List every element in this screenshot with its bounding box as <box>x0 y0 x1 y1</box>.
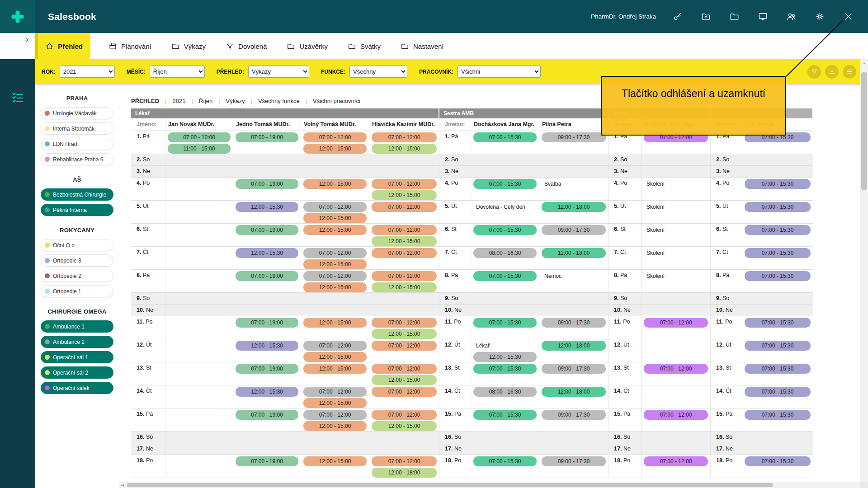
shift-cell[interactable]: Školení <box>642 270 711 292</box>
shift-cell[interactable]: 07:00 - 15:30 <box>471 270 539 292</box>
shift-cell[interactable]: 07:00 - 12:0012:00 - 15:00 <box>369 408 439 431</box>
shift-cell[interactable]: 07:00 - 12:00 <box>369 385 439 408</box>
shift-pill[interactable]: 12:00 - 15:00 <box>303 456 367 466</box>
shift-cell[interactable]: 09:00 - 17:30 <box>539 455 609 478</box>
shift-cell[interactable]: Svatba <box>539 178 609 200</box>
shift-pill[interactable]: 12:00 - 18:00 <box>542 341 606 351</box>
tab-svatky[interactable]: Svátky <box>348 33 381 59</box>
sidebar-item-ortopedie-2[interactable]: Ortopedie 2 <box>41 270 113 282</box>
shift-pill[interactable]: 09:00 - 17:30 <box>542 410 606 420</box>
shift-note[interactable]: Školení <box>644 202 708 212</box>
shift-pill[interactable]: 07:00 - 15:30 <box>745 456 811 466</box>
shift-pill[interactable]: 07:00 - 12:00 <box>644 318 708 328</box>
shift-cell[interactable] <box>165 316 233 339</box>
sidebar-item-bezbolestna-chirurgie[interactable]: Bezbolestná Chirurgie <box>41 188 113 201</box>
sidebar-item-operacni-sal-2[interactable]: Operační sál 2 <box>41 366 113 379</box>
users-icon[interactable] <box>786 11 797 22</box>
shift-cell[interactable]: Nemoc <box>539 270 609 292</box>
shift-cell[interactable]: 07:00 - 12:00 <box>369 339 439 362</box>
shift-pill[interactable]: 07:00 - 15:30 <box>745 271 811 281</box>
export-button[interactable] <box>825 65 839 79</box>
shift-cell[interactable] <box>165 455 233 478</box>
shift-cell[interactable]: 07:00 - 15:30 <box>742 224 813 246</box>
shift-pill[interactable]: 07:00 - 12:00 <box>644 364 708 374</box>
shift-cell[interactable] <box>642 305 711 316</box>
shift-cell[interactable] <box>642 432 711 443</box>
tab-nastaveni[interactable]: Nastavení <box>401 33 444 59</box>
shift-cell[interactable]: 12:00 - 15:30 <box>233 385 301 408</box>
shift-pill[interactable]: 12:00 - 15:00 <box>303 213 367 223</box>
shift-pill[interactable]: 11:00 - 15:00 <box>168 144 231 154</box>
shift-pill[interactable]: 07:00 - 19:00 <box>236 410 298 420</box>
shift-cell[interactable]: 12:00 - 15:30 <box>233 339 301 362</box>
shift-cell[interactable]: 07:00 - 12:00 <box>642 455 711 478</box>
shift-cell[interactable]: 07:00 - 12:00 <box>642 362 711 385</box>
shift-cell[interactable]: 07:00 - 19:00 <box>233 131 301 154</box>
shift-pill[interactable]: 07:00 - 19:00 <box>236 318 298 328</box>
pracovnik-select[interactable]: Všichni <box>458 66 541 78</box>
shift-pill[interactable]: 12:00 - 15:00 <box>303 318 367 328</box>
shift-cell[interactable]: 07:00 - 15:30 <box>471 362 539 385</box>
gear-icon[interactable] <box>815 11 825 22</box>
shift-pill[interactable]: 07:00 - 12:00 <box>372 456 437 466</box>
shift-cell[interactable]: 12:00 - 15:00 <box>301 455 369 478</box>
shift-note[interactable]: Svatba <box>542 179 606 189</box>
shift-pill[interactable]: 12:00 - 15:00 <box>372 282 437 292</box>
shift-pill[interactable]: 07:00 - 12:00 <box>644 410 708 420</box>
shift-cell[interactable]: 07:00 - 12:0012:00 - 15:00 <box>301 201 369 223</box>
shift-pill[interactable]: 07:00 - 19:00 <box>236 364 298 374</box>
shift-cell[interactable]: 07:00 - 15:30 <box>742 247 813 269</box>
shift-cell[interactable]: 07:00 - 15:30 <box>742 201 813 223</box>
shift-cell[interactable] <box>742 166 813 177</box>
prehled-select[interactable]: Výkazy <box>248 66 309 78</box>
shift-pill[interactable]: 08:00 - 16:30 <box>473 387 537 397</box>
shift-cell[interactable] <box>539 166 609 177</box>
shift-pill[interactable]: 07:00 - 15:30 <box>745 225 811 235</box>
sidebar-item-ambulance-1[interactable]: Ambulance 1 <box>41 320 113 333</box>
shift-cell[interactable]: 07:00 - 19:00 <box>233 408 301 431</box>
shift-cell[interactable] <box>642 443 711 455</box>
shift-cell[interactable]: 07:00 - 19:00 <box>233 270 301 292</box>
sidebar-item-rehabilitace-praha-6[interactable]: Rehabilitace Praha 6 <box>41 153 113 165</box>
shift-pill[interactable]: 12:00 - 15:30 <box>236 248 298 258</box>
tab-prehled[interactable]: Přehled <box>35 33 90 59</box>
shift-cell[interactable]: 07:00 - 15:30 <box>742 178 813 200</box>
shift-pill[interactable]: 07:00 - 15:30 <box>745 318 811 328</box>
shift-cell[interactable]: 09:00 - 17:30 <box>539 131 609 154</box>
checklist-icon[interactable] <box>11 91 24 104</box>
shift-cell[interactable]: 07:00 - 12:00 <box>369 201 439 223</box>
shift-cell[interactable]: 12:00 - 15:30 <box>233 201 301 223</box>
shift-pill[interactable]: 07:00 - 12:00 <box>303 271 367 281</box>
shift-pill[interactable]: 07:00 - 15:30 <box>473 132 537 142</box>
shift-cell[interactable]: 07:00 - 12:0012:00 - 15:00 <box>301 408 369 431</box>
shift-pill[interactable]: 12:00 - 18:00 <box>372 468 437 478</box>
shift-cell[interactable] <box>539 432 609 443</box>
sidebar-item-pekna-interna[interactable]: Pěkná Interna <box>41 204 113 216</box>
shift-note[interactable]: Školení <box>644 179 708 189</box>
shift-cell[interactable]: 07:00 - 15:30 <box>742 339 813 362</box>
shift-cell[interactable] <box>539 293 609 304</box>
funkce-select[interactable]: Všechny <box>349 66 407 78</box>
shift-cell[interactable]: 09:00 - 17:30 <box>539 362 609 385</box>
tab-planovani[interactable]: Plánování <box>108 33 151 59</box>
shift-pill[interactable]: 07:00 - 15:30 <box>745 202 811 212</box>
shift-note[interactable]: Lékař <box>473 341 537 351</box>
vertical-scroll-thumb[interactable] <box>861 72 867 190</box>
shift-cell[interactable]: 08:00 - 16:30 <box>471 247 539 269</box>
shift-pill[interactable]: 07:00 - 15:30 <box>745 410 811 420</box>
shift-pill[interactable]: 07:00 - 15:30 <box>745 179 811 189</box>
shift-pill[interactable]: 12:00 - 15:00 <box>303 421 367 431</box>
shift-note[interactable]: Školení <box>644 271 708 281</box>
shift-cell[interactable] <box>471 432 539 443</box>
shift-cell[interactable]: 07:00 - 19:00 <box>233 224 301 246</box>
shift-pill[interactable]: 12:00 - 15:00 <box>303 179 367 189</box>
shift-pill[interactable]: 09:00 - 17:30 <box>542 456 606 466</box>
shift-cell[interactable] <box>301 432 369 443</box>
shift-cell[interactable]: 07:00 - 12:0012:00 - 15:00 <box>369 270 439 292</box>
sidebar-item-ortopedie-3[interactable]: Ortopedie 3 <box>41 254 113 267</box>
shift-cell[interactable] <box>369 443 439 455</box>
shift-pill[interactable]: 07:00 - 15:30 <box>745 387 811 397</box>
shift-cell[interactable] <box>165 305 233 316</box>
shift-cell[interactable] <box>233 305 301 316</box>
shift-cell[interactable] <box>642 339 711 362</box>
